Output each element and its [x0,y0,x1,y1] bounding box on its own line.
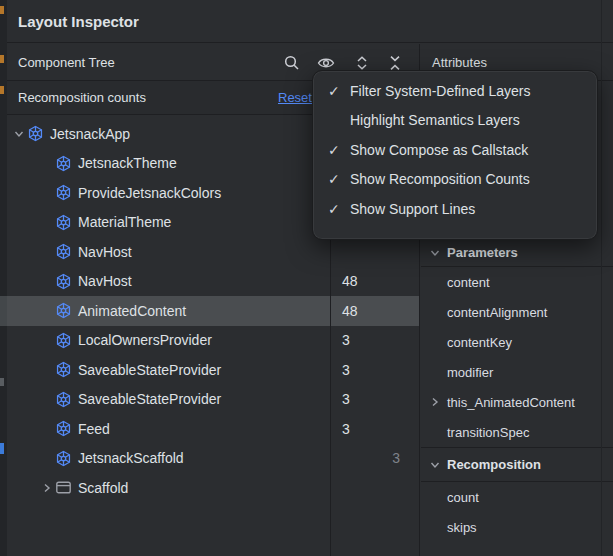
page-title: Layout Inspector [7,0,613,43]
tree-row-label: JetsnackTheme [78,155,177,171]
expander-spacer [39,185,55,201]
attr-item-label: contentAlignment [447,305,547,320]
attr-section-title: Recomposition [447,457,541,472]
attr-item-this_AnimatedContent[interactable]: this_AnimatedContent [421,387,613,417]
menu-item-label: Filter System-Defined Layers [350,83,531,99]
tree-row-label: NavHost [78,244,132,260]
attributes-right-edge [601,0,602,556]
compose-node-icon [27,125,44,142]
search-icon[interactable] [283,54,301,72]
tree-row-scaffold[interactable]: Scaffold [7,473,419,503]
attr-item-label: contentKey [447,335,512,350]
menu-item-filter-system-defined-layers[interactable]: ✓Filter System-Defined Layers [313,76,597,106]
attr-item-skips[interactable]: skips [421,512,613,542]
tree-row-saveablestateprovider[interactable]: SaveableStateProvider 3 [7,385,419,415]
gutter-warning-mark [0,55,4,63]
tree-row-label: JetsnackApp [50,126,130,142]
chevron-down-icon[interactable] [429,247,441,259]
chevron-down-icon[interactable] [429,459,441,471]
attr-item-transitionSpec[interactable]: transitionSpec [421,417,613,447]
gutter-selection-mark [0,296,7,326]
tree-row-label: SaveableStateProvider [78,391,221,407]
attr-item-contentAlignment[interactable]: contentAlignment [421,297,613,327]
tree-row-jetsnackscaffold[interactable]: JetsnackScaffold 3 [7,444,419,474]
compose-node-icon [55,214,72,231]
gutter-warning-mark [0,86,4,94]
recomposition-count-value: 3 [342,385,350,415]
recomposition-count-value: 48 [342,267,358,297]
menu-item-label: Show Recomposition Counts [350,171,530,187]
scaffold-view-icon [55,479,72,496]
menu-item-show-recomposition-counts[interactable]: ✓Show Recomposition Counts [313,165,597,195]
tree-row-label: LocalOwnersProvider [78,332,212,348]
recomposition-count-value: 3 [342,355,350,385]
expander-spacer [39,421,55,437]
tree-row-localownersprovider[interactable]: LocalOwnersProvider 3 [7,326,419,356]
compose-node-icon [55,420,72,437]
view-options-dropdown-menu: ✓Filter System-Defined LayersHighlight S… [312,70,598,240]
attr-section-recomposition[interactable]: Recomposition [421,447,613,482]
expander-spacer [39,244,55,260]
attr-section-title: Parameters [447,245,518,260]
expander-spacer [39,273,55,289]
attr-item-modifier[interactable]: modifier [421,357,613,387]
expander-spacer [39,332,55,348]
menu-item-label: Highlight Semantics Layers [350,112,520,128]
compose-node-icon [55,243,72,260]
compose-node-icon [55,391,72,408]
attr-item-contentKey[interactable]: contentKey [421,327,613,357]
recomposition-counts-label: Recomposition counts [18,90,146,105]
checkmark-icon: ✓ [328,201,350,217]
tree-row-label: Feed [78,421,110,437]
tree-row-navhost[interactable]: NavHost 48 [7,267,419,297]
menu-item-show-support-lines[interactable]: ✓Show Support Lines [313,194,597,224]
expander-spacer [39,303,55,319]
reset-counts-link[interactable]: Reset [278,81,312,115]
tree-row-label: SaveableStateProvider [78,362,221,378]
tree-row-navhost[interactable]: NavHost [7,237,419,267]
compose-node-icon [55,302,72,319]
tree-row-saveablestateprovider[interactable]: SaveableStateProvider 3 [7,355,419,385]
tree-row-label: JetsnackScaffold [78,450,184,466]
recomposition-skips-value: 3 [375,444,400,474]
menu-item-show-compose-as-callstack[interactable]: ✓Show Compose as Callstack [313,135,597,165]
tree-row-feed[interactable]: Feed 3 [7,414,419,444]
tree-row-animatedcontent[interactable]: AnimatedContent 48 [7,296,419,326]
attr-item-content[interactable]: content [421,267,613,297]
gutter-warning-mark [0,6,4,14]
expander-spacer [39,450,55,466]
attr-item-label: skips [447,520,477,535]
checkmark-icon: ✓ [328,171,350,187]
layout-inspector-window: Layout Inspector Component Tree [0,0,613,556]
left-gutter-strip [0,0,7,556]
expander-spacer [39,362,55,378]
attr-item-label: transitionSpec [447,425,529,440]
expander-spacer [39,391,55,407]
attr-item-label: count [447,490,479,505]
gutter-info-mark [0,443,4,454]
checkmark-icon: ✓ [328,142,350,158]
menu-item-label: Show Compose as Callstack [350,142,528,158]
menu-item-highlight-semantics-layers[interactable]: Highlight Semantics Layers [313,106,597,136]
chevron-right-icon[interactable] [429,396,441,408]
attr-item-label: content [447,275,490,290]
attr-item-label: this_AnimatedContent [447,395,575,410]
recomposition-count-value: 3 [342,414,350,444]
expander-spacer [39,155,55,171]
tree-row-label: ProvideJetsnackColors [78,185,221,201]
gutter-caret-mark [0,378,4,386]
chevron-right-icon[interactable] [39,480,55,496]
attr-section-parameters[interactable]: Parameters [421,239,613,267]
recomposition-count-value: 48 [342,296,358,326]
checkmark-icon: ✓ [328,83,350,99]
tree-row-label: Scaffold [78,480,128,496]
compose-node-icon [55,273,72,290]
compose-node-icon [55,155,72,172]
tree-row-label: MaterialTheme [78,214,171,230]
menu-item-label: Show Support Lines [350,201,475,217]
chevron-down-icon[interactable] [11,126,27,142]
attr-item-count[interactable]: count [421,482,613,512]
tree-row-label: AnimatedContent [78,303,186,319]
tree-row-label: NavHost [78,273,132,289]
expander-spacer [39,214,55,230]
